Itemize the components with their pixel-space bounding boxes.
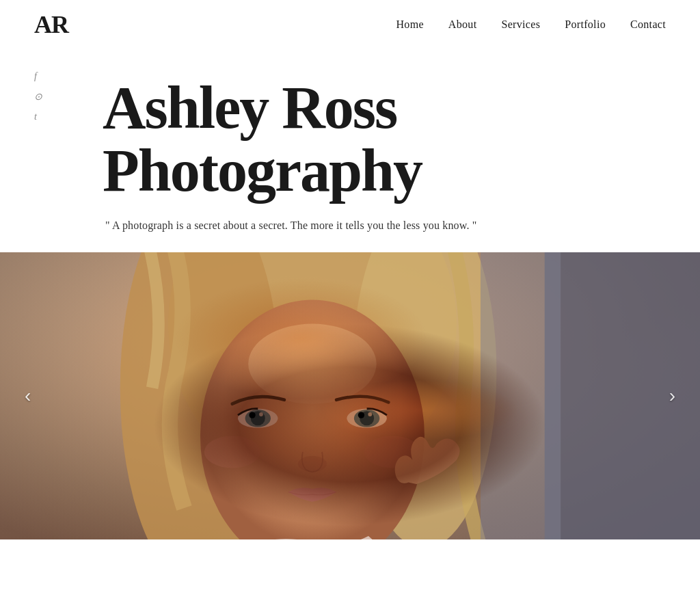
slider-prev-button[interactable]: ‹ <box>14 378 42 414</box>
nav-about[interactable]: About <box>448 18 477 31</box>
main-content: f ⊙ t Ashley Ross Photography " A photog… <box>0 49 700 252</box>
site-logo[interactable]: AR <box>34 12 68 37</box>
image-slider: ‹ › <box>0 252 700 539</box>
hero-title-line2: Photography <box>103 137 422 204</box>
hero-title-line1: Ashley Ross <box>103 75 396 141</box>
hero-quote: " A photograph is a secret about a secre… <box>105 219 476 232</box>
nav-services[interactable]: Services <box>501 18 540 31</box>
nav-contact[interactable]: Contact <box>630 18 666 31</box>
slider-image <box>0 252 700 539</box>
nav-home[interactable]: Home <box>396 18 423 31</box>
slider-next-button[interactable]: › <box>658 378 686 414</box>
main-nav: Home About Services Portfolio Contact <box>396 18 666 31</box>
tumblr-link[interactable]: t <box>34 110 42 124</box>
portrait-overlay <box>0 252 700 539</box>
nav-portfolio[interactable]: Portfolio <box>565 18 606 31</box>
site-header: AR Home About Services Portfolio Contact <box>0 0 700 49</box>
hero-section: Ashley Ross Photography " A photograph i… <box>34 49 476 252</box>
instagram-link[interactable]: ⊙ <box>34 90 42 104</box>
facebook-link[interactable]: f <box>34 70 42 83</box>
hero-title: Ashley Ross Photography <box>103 77 476 203</box>
social-sidebar: f ⊙ t <box>34 70 42 124</box>
